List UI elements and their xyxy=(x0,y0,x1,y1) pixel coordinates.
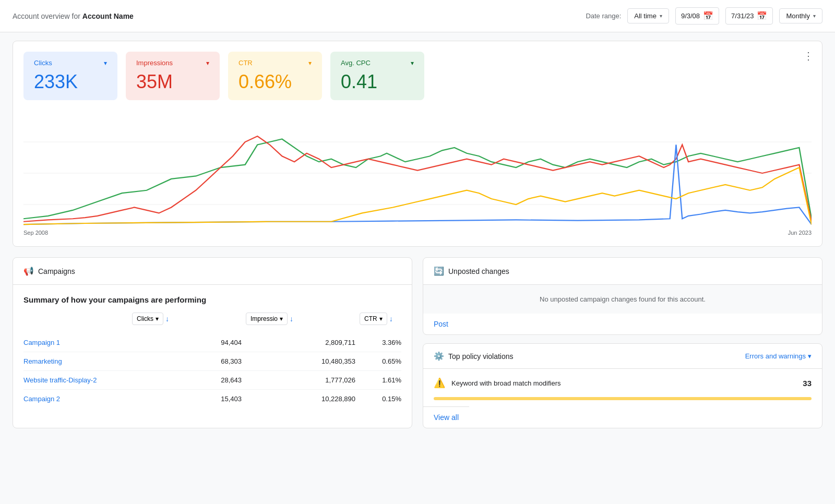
remarketing-ctr: 0.65% xyxy=(360,357,401,365)
metric-card-impressions[interactable]: Impressions ▾ 35M xyxy=(126,52,220,100)
campaign-1-impressions: 2,809,711 xyxy=(246,339,355,346)
date-range-dropdown[interactable]: All time ▾ xyxy=(627,8,669,23)
metric-clicks-arrow: ▾ xyxy=(104,59,107,67)
metric-clicks-label: Clicks xyxy=(34,59,52,67)
campaigns-subtitle: Summary of how your campaigns are perfor… xyxy=(23,295,401,304)
chart-x-end: Jun 2023 xyxy=(788,230,812,236)
right-panel: 🔄 Unposted changes No unposted campaign … xyxy=(423,257,822,428)
end-date-input[interactable]: 7/31/23 📅 xyxy=(725,7,773,25)
col-header-clicks[interactable]: Clicks ▾ ↓ xyxy=(132,313,242,325)
campaign-1-ctr: 3.36% xyxy=(360,339,401,346)
metric-avg-cpc-label: Avg. CPC xyxy=(341,59,371,67)
ctr-col-dropdown[interactable]: CTR ▾ xyxy=(360,313,387,325)
campaign-2-impressions: 10,228,890 xyxy=(246,395,355,403)
table-header: Clicks ▾ ↓ Impressio ▾ ↓ xyxy=(23,313,401,329)
campaigns-title: Campaigns xyxy=(38,267,75,275)
unposted-changes-card: 🔄 Unposted changes No unposted campaign … xyxy=(423,257,822,335)
website-traffic-clicks: 28,643 xyxy=(132,376,242,384)
remarketing-impressions: 10,480,353 xyxy=(246,357,355,365)
metrics-row: Clicks ▾ 233K Impressions ▾ 35M CTR ▾ 0 xyxy=(23,52,812,100)
clicks-col-dropdown[interactable]: Clicks ▾ xyxy=(132,313,163,325)
start-date-input[interactable]: 9/3/08 📅 xyxy=(675,7,719,25)
warning-icon: ⚠️ xyxy=(434,377,445,389)
table-row: Website traffic-Display-2 28,643 1,777,0… xyxy=(23,371,401,390)
no-changes-message: No unposted campaign changes found for t… xyxy=(423,285,822,314)
unposted-icon: 🔄 xyxy=(434,266,444,276)
col-header-ctr[interactable]: CTR ▾ ↓ xyxy=(360,313,401,325)
metric-card-avg-cpc[interactable]: Avg. CPC ▾ 0.41 xyxy=(330,52,424,100)
unposted-header: 🔄 Unposted changes xyxy=(423,258,822,285)
metric-avg-cpc-arrow: ▾ xyxy=(411,59,414,67)
date-range-label: Date range: xyxy=(586,12,621,20)
website-traffic-impressions: 1,777,026 xyxy=(246,376,355,384)
campaign-2-link[interactable]: Campaign 2 xyxy=(23,395,128,403)
campaigns-card: 📢 Campaigns Summary of how your campaign… xyxy=(13,257,412,428)
violation-name: Keyword with broad match modifiers xyxy=(451,379,796,387)
account-overview-label: Account overview for Account Name xyxy=(13,12,134,20)
metric-ctr-label: CTR xyxy=(238,59,253,67)
metric-card-ctr[interactable]: CTR ▾ 0.66% xyxy=(228,52,322,100)
campaign-1-clicks: 94,404 xyxy=(132,339,242,346)
view-all-button[interactable]: View all xyxy=(423,406,469,428)
metric-card-clicks[interactable]: Clicks ▾ 233K xyxy=(23,52,117,100)
violation-row: ⚠️ Keyword with broad match modifiers 33 xyxy=(423,369,822,397)
post-button[interactable]: Post xyxy=(423,314,459,334)
calendar-icon: 📅 xyxy=(703,11,713,21)
policy-violations-card: ⚙️ Top policy violations Errors and warn… xyxy=(423,343,822,428)
table-row: Campaign 1 94,404 2,809,711 3.36% xyxy=(23,333,401,352)
sort-arrow-clicks: ↓ xyxy=(165,315,169,323)
chevron-down-icon-impressions: ▾ xyxy=(280,315,283,322)
unposted-title: Unposted changes xyxy=(448,267,509,275)
impressions-col-dropdown[interactable]: Impressio ▾ xyxy=(246,313,288,325)
campaign-2-clicks: 15,403 xyxy=(132,395,242,403)
violation-count: 33 xyxy=(803,379,812,388)
header-controls: Date range: All time ▾ 9/3/08 📅 7/31/23 … xyxy=(586,7,822,25)
sort-arrow-ctr: ↓ xyxy=(389,315,393,323)
period-dropdown[interactable]: Monthly ▾ xyxy=(779,8,822,23)
main-content: ⋮ Clicks ▾ 233K Impressions ▾ 35M xyxy=(0,32,835,437)
chevron-down-icon-period: ▾ xyxy=(813,13,816,19)
overview-card: ⋮ Clicks ▾ 233K Impressions ▾ 35M xyxy=(13,41,822,247)
chart-svg xyxy=(23,111,812,236)
table-row: Remarketing 68,303 10,480,353 0.65% xyxy=(23,352,401,371)
col-header-impressions[interactable]: Impressio ▾ ↓ xyxy=(246,313,355,325)
chevron-down-icon-policy: ▾ xyxy=(808,352,812,360)
performance-chart: Sep 2008 Jun 2023 xyxy=(23,111,812,236)
chevron-down-icon: ▾ xyxy=(660,13,662,19)
metric-clicks-value: 233K xyxy=(34,71,107,93)
policy-header: ⚙️ Top policy violations Errors and warn… xyxy=(423,344,822,369)
metric-avg-cpc-value: 0.41 xyxy=(341,71,414,93)
bottom-section: 📢 Campaigns Summary of how your campaign… xyxy=(13,257,822,428)
more-options-button[interactable]: ⋮ xyxy=(803,50,814,62)
metric-impressions-label: Impressions xyxy=(136,59,173,67)
account-name: Account Name xyxy=(82,12,134,20)
page-header: Account overview for Account Name Date r… xyxy=(0,0,835,32)
remarketing-clicks: 68,303 xyxy=(132,357,242,365)
campaign-2-ctr: 0.15% xyxy=(360,395,401,403)
calendar-icon-end: 📅 xyxy=(757,11,767,21)
chevron-down-icon-ctr: ▾ xyxy=(379,315,383,322)
chart-x-start: Sep 2008 xyxy=(23,230,48,236)
chevron-down-icon-clicks: ▾ xyxy=(156,315,159,322)
campaigns-card-header: 📢 Campaigns xyxy=(13,258,412,285)
metric-impressions-value: 35M xyxy=(136,71,209,93)
policy-title: Top policy violations xyxy=(448,352,514,361)
campaigns-icon: 📢 xyxy=(23,266,34,276)
metric-impressions-arrow: ▾ xyxy=(206,59,209,67)
remarketing-link[interactable]: Remarketing xyxy=(23,357,128,365)
errors-warnings-dropdown[interactable]: Errors and warnings ▾ xyxy=(745,352,812,360)
campaign-1-link[interactable]: Campaign 1 xyxy=(23,339,128,346)
website-traffic-ctr: 1.61% xyxy=(360,376,401,384)
website-traffic-link[interactable]: Website traffic-Display-2 xyxy=(23,376,128,384)
sort-arrow-impressions: ↓ xyxy=(290,315,293,323)
policy-icon: ⚙️ xyxy=(434,351,444,361)
metric-ctr-arrow: ▾ xyxy=(308,59,312,67)
campaigns-card-body: Summary of how your campaigns are perfor… xyxy=(13,285,412,418)
metric-ctr-value: 0.66% xyxy=(238,71,312,93)
table-row: Campaign 2 15,403 10,228,890 0.15% xyxy=(23,390,401,408)
violation-progress-bar xyxy=(434,397,812,400)
